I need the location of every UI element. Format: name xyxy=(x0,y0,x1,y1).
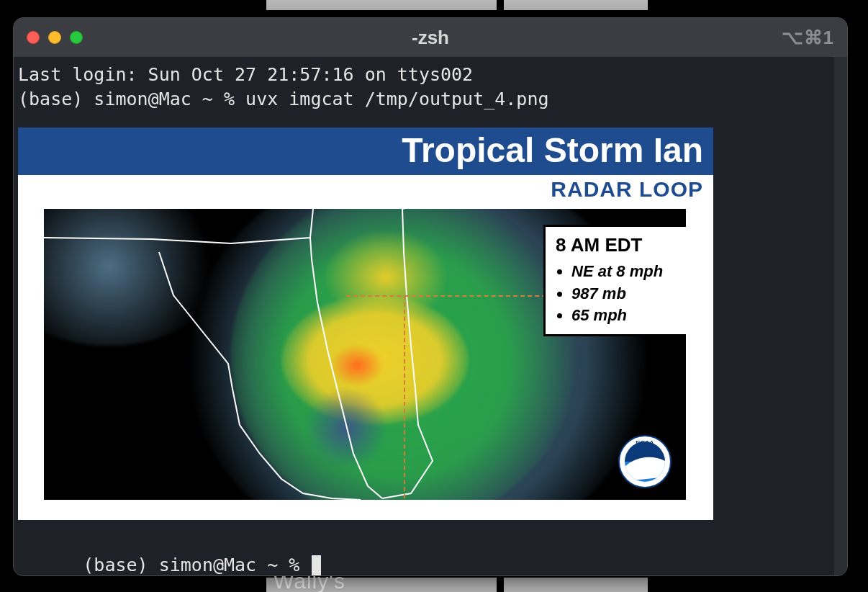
storm-info-item: NE at 8 mph xyxy=(571,261,686,283)
radar-frame: 8 AM EDT NE at 8 mph 987 mb 65 mph NOAA xyxy=(18,205,713,520)
storm-info-item: 987 mb xyxy=(571,283,686,305)
terminal-line-prompt[interactable]: (base) simon@Mac ~ % xyxy=(18,529,843,575)
scrollbar[interactable] xyxy=(834,57,847,575)
storm-info-time: 8 AM EDT xyxy=(556,233,686,258)
storm-info-box: 8 AM EDT NE at 8 mph 987 mb 65 mph xyxy=(543,225,686,336)
storm-info-item: 65 mph xyxy=(571,305,686,327)
cursor-icon xyxy=(312,555,321,575)
window-titlebar[interactable]: -zsh ⌥⌘1 xyxy=(14,18,847,57)
crosshair-vertical xyxy=(404,295,405,498)
window-shortcut-hint: ⌥⌘1 xyxy=(782,18,834,57)
radar-image: 8 AM EDT NE at 8 mph 987 mb 65 mph NOAA xyxy=(44,209,686,500)
weather-title: Tropical Storm Ian xyxy=(18,127,713,176)
background-strip xyxy=(266,578,497,592)
background-strip xyxy=(504,578,648,592)
window-title: -zsh xyxy=(14,27,847,49)
terminal-body[interactable]: Last login: Sun Oct 27 21:57:16 on ttys0… xyxy=(14,57,847,575)
weather-subtitle: RADAR LOOP xyxy=(18,175,713,205)
background-strip xyxy=(266,0,497,10)
noaa-logo-icon xyxy=(625,441,665,482)
background-strip xyxy=(504,0,648,10)
terminal-line-last-login: Last login: Sun Oct 27 21:57:16 on ttys0… xyxy=(18,63,843,87)
storm-info-list: NE at 8 mph 987 mb 65 mph xyxy=(571,261,686,327)
noaa-badge: NOAA xyxy=(618,435,672,488)
terminal-window: -zsh ⌥⌘1 Last login: Sun Oct 27 21:57:16… xyxy=(13,17,848,576)
terminal-line-command: (base) simon@Mac ~ % uvx imgcat /tmp/out… xyxy=(18,87,843,112)
imgcat-output-image: Tropical Storm Ian RADAR LOOP xyxy=(18,127,713,520)
prompt-text: (base) simon@Mac ~ % xyxy=(83,555,310,575)
